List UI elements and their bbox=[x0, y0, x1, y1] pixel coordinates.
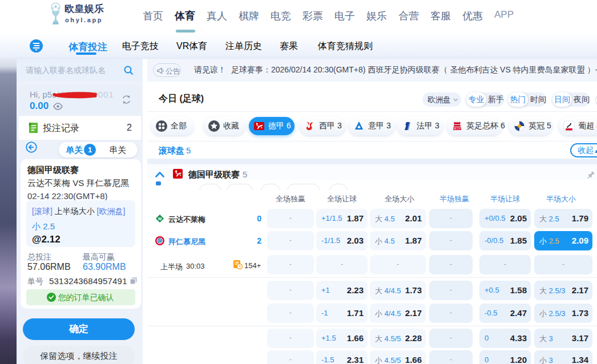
svg-text:W: W bbox=[158, 217, 162, 221]
svg-text:FA CUP: FA CUP bbox=[454, 128, 461, 130]
